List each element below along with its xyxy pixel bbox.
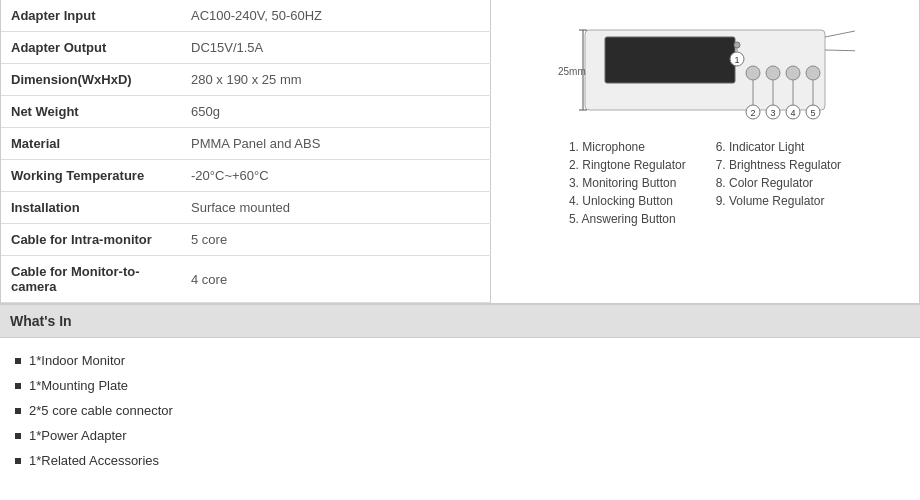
device-diagram: 2 3 4 5 1 8 9	[555, 15, 855, 130]
spec-value: PMMA Panel and ABS	[181, 128, 491, 160]
svg-point-3	[766, 66, 780, 80]
spec-value: 280 x 190 x 25 mm	[181, 64, 491, 96]
list-item-text: 1*Related Accessories	[29, 453, 159, 468]
spec-value: 650g	[181, 96, 491, 128]
svg-point-2	[746, 66, 760, 80]
svg-text:1: 1	[734, 55, 739, 65]
list-item-text: 1*Power Adapter	[29, 428, 127, 443]
svg-text:2: 2	[750, 108, 755, 118]
bullet-icon	[15, 433, 21, 439]
svg-point-4	[786, 66, 800, 80]
table-row: Adapter Output DC15V/1.5A	[1, 32, 491, 64]
spec-value: AC100-240V, 50-60HZ	[181, 0, 491, 32]
svg-rect-1	[605, 37, 735, 83]
legend-item: 1. Microphone	[569, 140, 686, 154]
list-item-text: 2*5 core cable connector	[29, 403, 173, 418]
legend-item: 3. Monitoring Button	[569, 176, 686, 190]
spec-label: Dimension(WxHxD)	[1, 64, 181, 96]
legend-item: 5. Answering Button	[569, 212, 686, 226]
legend-item: 4. Unlocking Button	[569, 194, 686, 208]
spec-label: Installation	[1, 192, 181, 224]
legend-item: 7. Brightness Regulator	[716, 158, 841, 172]
svg-point-5	[806, 66, 820, 80]
spec-label: Cable for Intra-monitor	[1, 224, 181, 256]
list-item: 1*Related Accessories	[15, 448, 905, 473]
list-item-text: 1*Indoor Monitor	[29, 353, 125, 368]
legend-right: 6. Indicator Light7. Brightness Regulato…	[716, 140, 841, 226]
spec-label: Material	[1, 128, 181, 160]
spec-value: 4 core	[181, 256, 491, 303]
table-row: Adapter Input AC100-240V, 50-60HZ	[1, 0, 491, 32]
legend-item: 8. Color Regulator	[716, 176, 841, 190]
whats-in-list: 1*Indoor Monitor1*Mounting Plate2*5 core…	[0, 338, 920, 483]
spec-value: Surface mounted	[181, 192, 491, 224]
list-item: 1*Power Adapter	[15, 423, 905, 448]
svg-line-23	[825, 50, 855, 51]
diagram-section: 2 3 4 5 1 8 9	[491, 0, 919, 303]
spec-label: Net Weight	[1, 96, 181, 128]
spec-label: Cable for Monitor-to-camera	[1, 256, 181, 303]
legend-left: 1. Microphone2. Ringtone Regulator3. Mon…	[569, 140, 686, 226]
specs-table: Adapter Input AC100-240V, 50-60HZ Adapte…	[1, 0, 491, 303]
table-row: Net Weight 650g	[1, 96, 491, 128]
legend-item: 6. Indicator Light	[716, 140, 841, 154]
table-row: Working Temperature -20°C~+60°C	[1, 160, 491, 192]
table-row: Installation Surface mounted	[1, 192, 491, 224]
svg-text:3: 3	[770, 108, 775, 118]
list-item: 1*Indoor Monitor	[15, 348, 905, 373]
bullet-icon	[15, 408, 21, 414]
legend-item: 2. Ringtone Regulator	[569, 158, 686, 172]
table-row: Dimension(WxHxD) 280 x 190 x 25 mm	[1, 64, 491, 96]
bullet-icon	[15, 358, 21, 364]
list-item: 1*Mounting Plate	[15, 373, 905, 398]
legend-item: 9. Volume Regulator	[716, 194, 841, 208]
spec-label: Adapter Input	[1, 0, 181, 32]
table-row: Cable for Monitor-to-camera 4 core	[1, 256, 491, 303]
list-item-text: 1*Mounting Plate	[29, 378, 128, 393]
svg-text:25mm: 25mm	[558, 66, 586, 77]
whats-in-header: What's In	[0, 304, 920, 338]
spec-label: Adapter Output	[1, 32, 181, 64]
specs-section: Adapter Input AC100-240V, 50-60HZ Adapte…	[0, 0, 920, 304]
table-row: Material PMMA Panel and ABS	[1, 128, 491, 160]
spec-value: 5 core	[181, 224, 491, 256]
whats-in-section: What's In 1*Indoor Monitor1*Mounting Pla…	[0, 304, 920, 483]
spec-label: Working Temperature	[1, 160, 181, 192]
svg-text:5: 5	[810, 108, 815, 118]
table-row: Cable for Intra-monitor 5 core	[1, 224, 491, 256]
svg-line-22	[825, 29, 855, 37]
bullet-icon	[15, 383, 21, 389]
bullet-icon	[15, 458, 21, 464]
spec-value: DC15V/1.5A	[181, 32, 491, 64]
svg-point-6	[734, 42, 740, 48]
list-item: 2*5 core cable connector	[15, 398, 905, 423]
diagram-legend: 1. Microphone2. Ringtone Regulator3. Mon…	[569, 140, 841, 226]
svg-text:4: 4	[790, 108, 795, 118]
spec-value: -20°C~+60°C	[181, 160, 491, 192]
